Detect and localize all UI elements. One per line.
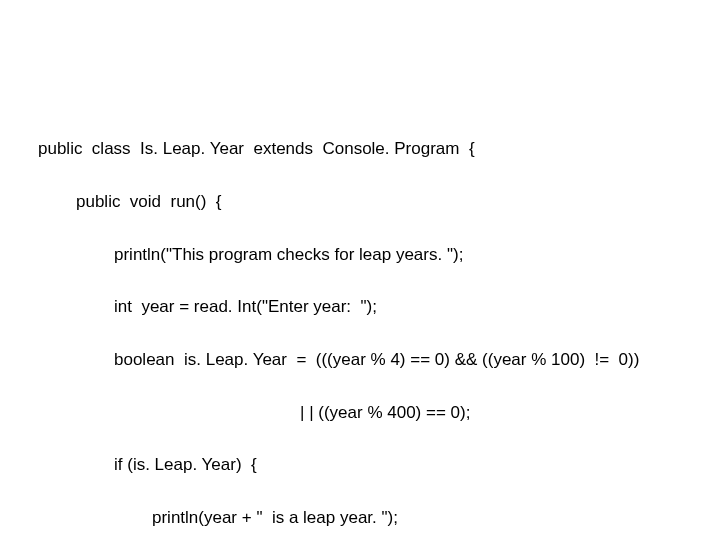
code-line: println(year + " is a leap year. "); <box>38 505 720 531</box>
code-line: public void run() { <box>38 189 720 215</box>
code-block: public class Is. Leap. Year extends Cons… <box>0 0 720 540</box>
code-line: public class Is. Leap. Year extends Cons… <box>38 136 720 162</box>
code-line: int year = read. Int("Enter year: "); <box>38 294 720 320</box>
code-line: boolean is. Leap. Year = (((year % 4) ==… <box>38 347 720 373</box>
code-line: | | ((year % 400) == 0); <box>38 400 720 426</box>
code-line: if (is. Leap. Year) { <box>38 452 720 478</box>
code-line: println("This program checks for leap ye… <box>38 242 720 268</box>
